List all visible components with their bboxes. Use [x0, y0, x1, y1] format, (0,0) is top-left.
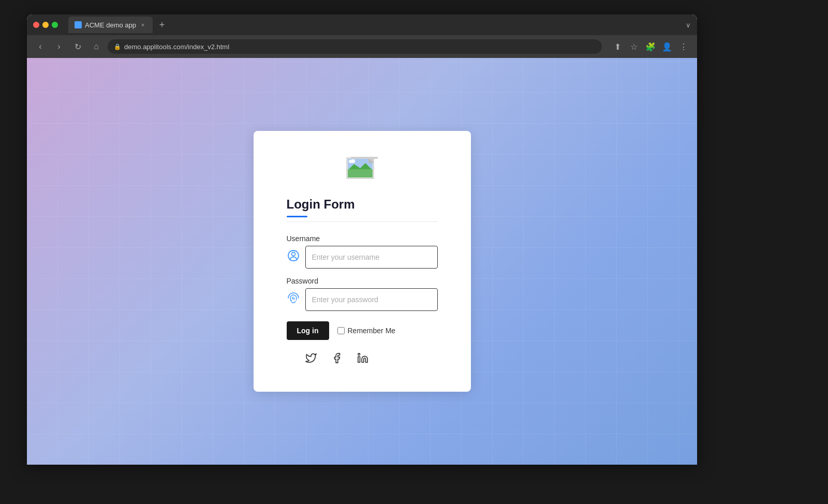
twitter-icon[interactable] — [305, 352, 317, 367]
tab-title: ACME demo app — [85, 21, 136, 29]
new-tab-button[interactable]: + — [155, 18, 169, 32]
username-input[interactable] — [305, 246, 438, 269]
svg-point-13 — [358, 353, 360, 355]
share-button[interactable]: ⬆ — [610, 39, 625, 54]
traffic-lights — [33, 22, 58, 28]
minimize-button[interactable] — [42, 22, 49, 28]
fingerprint-icon — [287, 292, 300, 307]
address-bar[interactable]: 🔒 demo.applitools.com/index_v2.html — [108, 39, 602, 54]
window-chevron: ∨ — [686, 21, 691, 29]
remember-me-label: Remember Me — [348, 327, 396, 335]
logo-image — [346, 156, 379, 181]
form-actions: Log in Remember Me — [287, 321, 438, 340]
menu-button[interactable]: ⋮ — [676, 39, 691, 54]
password-input-wrapper — [287, 288, 438, 311]
remember-me-checkbox[interactable] — [337, 327, 345, 334]
svg-rect-9 — [351, 157, 378, 159]
nav-bar: ‹ › ↻ ⌂ 🔒 demo.applitools.com/index_v2.h… — [27, 35, 697, 58]
tab-bar: ACME demo app × + — [68, 17, 682, 33]
card-title-section: Login Form — [287, 197, 438, 222]
svg-rect-6 — [348, 169, 373, 177]
address-text: demo.applitools.com/index_v2.html — [124, 43, 229, 51]
back-button[interactable]: ‹ — [33, 39, 48, 54]
tab-favicon — [75, 21, 82, 28]
svg-rect-12 — [358, 357, 360, 362]
lock-icon: 🔒 — [114, 43, 121, 50]
maximize-button[interactable] — [52, 22, 58, 28]
active-tab[interactable]: ACME demo app × — [68, 17, 153, 33]
forward-button[interactable]: › — [52, 39, 66, 54]
profile-button[interactable]: 👤 — [660, 39, 674, 54]
remember-me-wrapper: Remember Me — [337, 327, 396, 335]
title-divider — [287, 221, 438, 222]
tab-close-button[interactable]: × — [139, 21, 146, 28]
close-button[interactable] — [33, 22, 39, 28]
password-form-group: Password — [287, 277, 438, 311]
login-button[interactable]: Log in — [287, 321, 329, 340]
logo-svg — [346, 156, 379, 181]
svg-rect-4 — [351, 159, 355, 161]
card-logo — [287, 156, 438, 181]
social-icons — [287, 352, 438, 367]
reload-button[interactable]: ↻ — [70, 39, 85, 54]
login-card: Login Form Username — [254, 131, 471, 392]
nav-actions: ⬆ ☆ 🧩 👤 ⋮ — [610, 39, 691, 54]
page-content: Login Form Username — [27, 58, 697, 465]
facebook-icon[interactable] — [331, 352, 343, 367]
extensions-button[interactable]: 🧩 — [643, 39, 658, 54]
svg-point-11 — [291, 253, 295, 256]
username-label: Username — [287, 234, 438, 243]
user-icon — [287, 249, 300, 265]
bookmark-button[interactable]: ☆ — [627, 39, 641, 54]
username-input-wrapper — [287, 246, 438, 269]
title-underline — [287, 216, 307, 217]
password-input[interactable] — [305, 288, 438, 311]
home-button[interactable]: ⌂ — [89, 39, 103, 54]
username-form-group: Username — [287, 234, 438, 269]
linkedin-icon[interactable] — [357, 352, 368, 367]
password-label: Password — [287, 277, 438, 285]
browser-window: ACME demo app × + ∨ ‹ › ↻ ⌂ 🔒 demo.appli… — [27, 14, 697, 465]
title-bar: ACME demo app × + ∨ — [27, 14, 697, 35]
card-title: Login Form — [287, 197, 438, 212]
